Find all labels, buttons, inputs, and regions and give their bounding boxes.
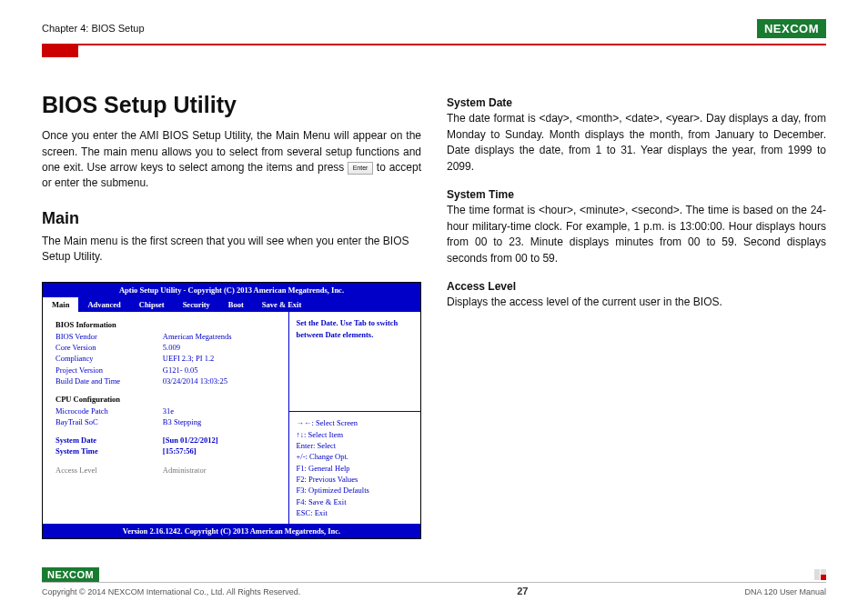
bios-val: American Megatrends bbox=[163, 331, 279, 342]
heading-access-level: Access Level bbox=[447, 279, 826, 295]
bios-right-pane: Set the Date. Use Tab to switch between … bbox=[289, 312, 420, 524]
help-key: Enter: Select bbox=[297, 440, 413, 451]
content-columns: BIOS Setup Utility Once you enter the AM… bbox=[42, 57, 826, 539]
bios-body: BIOS Information BIOS VendorAmerican Meg… bbox=[43, 312, 420, 524]
bios-key: Core Version bbox=[56, 342, 163, 353]
bios-title-bar: Aptio Setup Utility - Copyright (C) 2013… bbox=[43, 283, 420, 297]
spacer bbox=[56, 427, 279, 435]
bios-row: Access LevelAdministrator bbox=[56, 465, 279, 476]
heading-system-date: System Date bbox=[447, 95, 826, 111]
bios-row: Microcode Patch31e bbox=[56, 406, 279, 416]
logo-text: NEXCOM bbox=[757, 19, 826, 38]
help-key: F4: Save & Exit bbox=[297, 496, 413, 507]
help-key: ESC: Exit bbox=[297, 507, 413, 518]
bios-left-pane: BIOS Information BIOS VendorAmerican Meg… bbox=[43, 312, 289, 524]
bios-row: Build Date and Time03/24/2014 13:03:25 bbox=[56, 376, 279, 386]
square-icon bbox=[814, 575, 820, 580]
bios-key: BayTrail SoC bbox=[56, 416, 163, 427]
bios-val: Administrator bbox=[163, 465, 279, 476]
footer-row: NEXCOM bbox=[42, 567, 826, 582]
footer-copyright: Copyright © 2014 NEXCOM International Co… bbox=[42, 587, 300, 596]
bios-tab-security: Security bbox=[174, 297, 219, 312]
footer-row-2: Copyright © 2014 NEXCOM International Co… bbox=[42, 586, 826, 596]
bios-key: System Date bbox=[56, 435, 163, 446]
bios-key: System Time bbox=[56, 446, 163, 456]
enter-key-icon: Enter bbox=[348, 162, 373, 175]
help-key: ↑↓: Select Item bbox=[297, 429, 413, 440]
page-title: BIOS Setup Utility bbox=[42, 88, 421, 121]
bios-tab-main: Main bbox=[43, 297, 78, 312]
bios-key: Build Date and Time bbox=[56, 376, 163, 386]
footer-manual-name: DNA 120 User Manual bbox=[744, 587, 826, 596]
footer-left: NEXCOM bbox=[42, 567, 99, 582]
left-column: BIOS Setup Utility Once you enter the AM… bbox=[42, 88, 421, 539]
bios-key: Access Level bbox=[56, 465, 163, 476]
bios-val: [15:57:56] bbox=[163, 446, 279, 456]
paragraph-system-date: The date format is <day>, <month>, <date… bbox=[447, 111, 826, 175]
bios-val: G121- 0.05 bbox=[163, 365, 279, 376]
bios-menu-tabs: Main Advanced Chipset Security Boot Save… bbox=[43, 297, 420, 312]
bios-section-cpu-configuration: CPU Configuration bbox=[56, 394, 279, 405]
bios-val: 31e bbox=[163, 406, 279, 416]
paragraph-system-time: The time format is <hour>, <minute>, <se… bbox=[447, 203, 826, 266]
page-number: 27 bbox=[517, 586, 528, 596]
bios-row: BIOS VendorAmerican Megatrends bbox=[56, 331, 279, 342]
bios-row: Core Version5.009 bbox=[56, 342, 279, 353]
footer-rule bbox=[42, 582, 826, 583]
bios-help-text: Set the Date. Use Tab to switch between … bbox=[289, 312, 420, 412]
bios-footer-bar: Version 2.16.1242. Copyright (C) 2013 Am… bbox=[43, 524, 420, 538]
help-key: F1: General Help bbox=[297, 463, 413, 474]
spacer bbox=[56, 386, 279, 394]
right-column: System Date The date format is <day>, <m… bbox=[447, 88, 826, 539]
header-tab-marker bbox=[42, 45, 78, 57]
help-key: →←: Select Screen bbox=[297, 417, 413, 428]
bios-row-highlight: System Time[15:57:56] bbox=[56, 446, 279, 456]
main-heading: Main bbox=[42, 206, 421, 230]
spacer bbox=[56, 457, 279, 465]
bios-tab-advanced: Advanced bbox=[78, 297, 129, 312]
chapter-label: Chapter 4: BIOS Setup bbox=[42, 23, 145, 34]
bios-tab-chipset: Chipset bbox=[130, 297, 174, 312]
bios-key: BIOS Vendor bbox=[56, 331, 163, 342]
bios-tab-boot: Boot bbox=[219, 297, 253, 312]
bios-row: Project VersionG121- 0.05 bbox=[56, 365, 279, 376]
help-key: +/-: Change Opt. bbox=[297, 451, 413, 462]
bios-val: [Sun 01/22/2012] bbox=[163, 435, 279, 446]
bios-key: Microcode Patch bbox=[56, 406, 163, 416]
heading-system-time: System Time bbox=[447, 187, 826, 203]
intro-paragraph: Once you enter the AMI BIOS Setup Utilit… bbox=[42, 128, 421, 192]
bios-val: UEFI 2.3; PI 1.2 bbox=[163, 353, 279, 364]
help-key: F2: Previous Values bbox=[297, 474, 413, 485]
main-description: The Main menu is the first screen that y… bbox=[42, 234, 421, 265]
bios-val: 03/24/2014 13:03:25 bbox=[163, 376, 279, 386]
bios-setup-screenshot: Aptio Setup Utility - Copyright (C) 2013… bbox=[42, 282, 421, 540]
page-header: Chapter 4: BIOS Setup NEXCOM bbox=[42, 16, 826, 40]
bios-row-highlight: System Date[Sun 01/22/2012] bbox=[56, 435, 279, 446]
bios-section-bios-information: BIOS Information bbox=[56, 319, 279, 330]
square-icon-red bbox=[821, 575, 826, 580]
page-footer: NEXCOM Copyright © 2014 NEXCOM Internati… bbox=[42, 567, 826, 596]
bios-row: CompliancyUEFI 2.3; PI 1.2 bbox=[56, 353, 279, 364]
bios-row: BayTrail SoCB3 Stepping bbox=[56, 416, 279, 427]
bios-key-help: →←: Select Screen ↑↓: Select Item Enter:… bbox=[289, 412, 420, 524]
bios-tab-save-exit: Save & Exit bbox=[253, 297, 310, 312]
help-key: F3: Optimized Defaults bbox=[297, 485, 413, 496]
bios-key: Compliancy bbox=[56, 353, 163, 364]
bios-val: B3 Stepping bbox=[163, 416, 279, 427]
footer-logo: NEXCOM bbox=[42, 567, 99, 582]
footer-right-squares bbox=[813, 569, 826, 580]
header-rule bbox=[42, 44, 826, 45]
bios-val: 5.009 bbox=[163, 342, 279, 353]
bios-key: Project Version bbox=[56, 365, 163, 376]
paragraph-access-level: Displays the access level of the current… bbox=[447, 295, 826, 310]
brand-logo: NEXCOM bbox=[757, 19, 826, 38]
